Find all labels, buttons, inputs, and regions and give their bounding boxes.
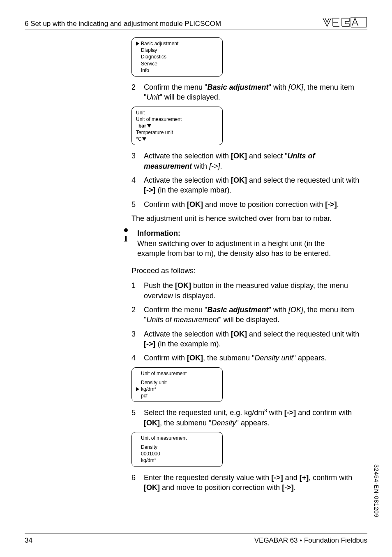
info-icon: ı [121,228,131,241]
step-item: 2 Confirm the menu "Basic adjustment" wi… [131,82,363,102]
lcd-item: kg/dm3 [141,386,156,392]
paragraph: Proceed as follows: [131,266,363,276]
step-number: 5 [131,200,144,209]
step-item: 6 Enter the requested density value with… [131,473,363,493]
product-name: VEGABAR 63 • Foundation Fieldbus [254,536,367,545]
step-number: 3 [131,151,144,161]
page-number: 34 [25,536,32,545]
step-item: 4 Confirm with [OK], the submenu "Densit… [131,353,363,363]
chevron-down-icon [147,124,151,128]
lcd-item: Density unit [141,379,167,386]
step-number: 2 [131,82,144,92]
info-title: Information: [137,229,180,237]
info-body: When switching over to adjustment in a h… [137,239,331,258]
step-number: 3 [131,329,144,339]
step-item: 4 Activate the selection with [OK] and s… [131,175,363,195]
lcd-item: Unit [136,109,145,116]
lcd-item: Basic adjustment [141,40,178,47]
step-item: 5 Confirm with [OK] and move to position… [131,200,363,209]
lcd-item: bar [138,123,146,129]
lcd-item: 0001000 [141,450,160,457]
paragraph: The adjustment unit is hence switched ov… [131,214,363,223]
lcd-item: Diagnostics [141,53,166,60]
chevron-down-icon [142,137,146,141]
step-number: 1 [131,281,144,290]
step-item: 2 Confirm the menu "Basic adjustment" wi… [131,305,363,325]
step-number: 5 [131,408,144,418]
step-item: 3 Activate the selection with [OK] and s… [131,329,363,349]
step-item: 5 Select the requested unit, e.g. kg/dm3… [131,408,363,428]
lcd-density: Unit of measurement Density 0001000 kg/d… [131,432,223,467]
lcd-item: Unit of measurement [136,116,182,123]
lcd-item: Info [141,67,149,74]
lcd-item: °C [136,136,141,142]
pointer-icon [136,42,139,46]
lcd-item: Service [141,60,157,67]
pointer-icon [136,387,139,391]
step-item: 3 Activate the selection with [OK] and s… [131,151,363,171]
lcd-item: pcf [141,392,148,399]
step-number: 6 [131,473,144,483]
lcd-menu-main: Basic adjustment Display Diagnostics Ser… [131,37,223,77]
step-number: 2 [131,305,144,315]
lcd-item: Unit of measurement [141,435,187,441]
step-number: 4 [131,175,144,185]
step-number: 4 [131,353,144,363]
lcd-item: Unit of measurement [141,370,187,377]
lcd-density-unit: Unit of measurement Density unit kg/dm3 … [131,367,223,402]
lcd-item: Density [141,444,157,450]
lcd-item: kg/dm3 [141,457,156,464]
section-header: 6 Set up with the indicating and adjustm… [25,20,221,28]
doc-number-vertical: 32464-EN-081209 [373,464,380,518]
step-item: 1 Push the [OK] button in the measured v… [131,281,363,301]
lcd-item: Display [141,47,157,53]
vega-logo [322,16,367,28]
lcd-item: Temperature unit [136,129,173,136]
lcd-unit: Unit Unit of measurement bar Temperature… [131,107,223,146]
